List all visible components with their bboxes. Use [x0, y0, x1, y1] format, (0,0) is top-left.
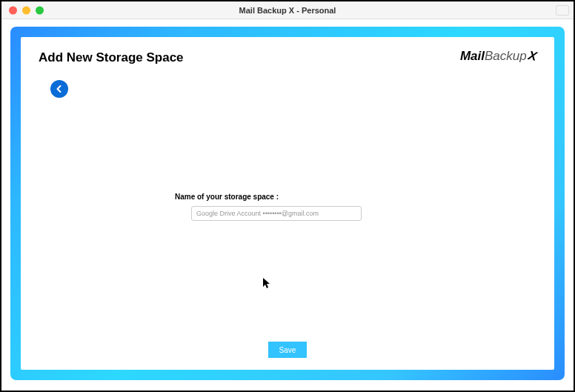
- window-close-button[interactable]: [9, 6, 17, 14]
- gradient-panel: Add New Storage Space MailBackupX Name o…: [10, 27, 565, 380]
- save-button[interactable]: Save: [268, 342, 307, 358]
- logo-mail: Mail: [460, 49, 485, 63]
- storage-name-input[interactable]: [191, 206, 362, 221]
- back-button[interactable]: [50, 80, 68, 98]
- logo-x-icon: X: [527, 48, 538, 64]
- window-maximize-button[interactable]: [36, 6, 44, 14]
- save-button-label: Save: [279, 346, 296, 354]
- app-logo: MailBackupX: [460, 49, 536, 64]
- window-copy-icon[interactable]: [556, 5, 569, 16]
- window-body: Add New Storage Space MailBackupX Name o…: [1, 19, 574, 391]
- titlebar: Mail Backup X - Personal: [1, 1, 574, 19]
- window-minimize-button[interactable]: [22, 6, 30, 14]
- traffic-lights: [9, 6, 44, 14]
- storage-name-label: Name of your storage space :: [175, 193, 391, 201]
- arrow-left-icon: [55, 84, 64, 93]
- window-title: Mail Backup X - Personal: [1, 6, 574, 15]
- storage-name-form: Name of your storage space :: [184, 193, 391, 221]
- cursor-icon: [263, 278, 272, 290]
- content-card: Add New Storage Space MailBackupX Name o…: [21, 37, 554, 370]
- logo-backup: Backup: [485, 49, 527, 63]
